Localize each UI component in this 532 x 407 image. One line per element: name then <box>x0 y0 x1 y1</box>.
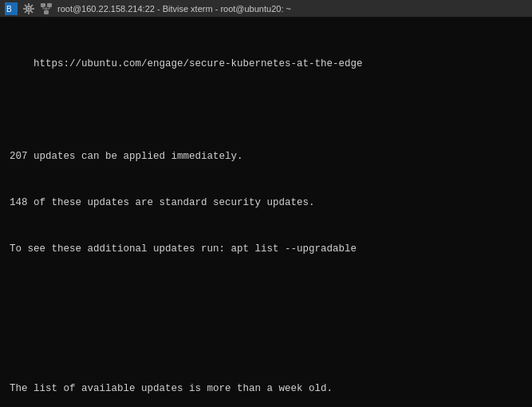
line-blank2 <box>10 288 522 303</box>
svg-rect-13 <box>47 3 52 7</box>
svg-rect-12 <box>41 3 45 7</box>
titlebar-label: root@160.22.158.214:22 - Bitvise xterm -… <box>57 4 291 14</box>
line-url: https://ubuntu.com/engage/secure-kuberne… <box>10 57 522 72</box>
line-updates3: To see these additional updates run: apt… <box>10 242 522 257</box>
svg-line-10 <box>31 5 33 6</box>
terminal[interactable]: https://ubuntu.com/engage/secure-kuberne… <box>0 18 532 407</box>
titlebar: B root@160.22.158.214:22 - Bitvise xterm… <box>0 0 532 18</box>
line-updates1: 207 updates can be applied immediately. <box>10 149 522 164</box>
svg-line-8 <box>25 5 26 6</box>
app-icon: B <box>5 2 18 15</box>
line-blank3 <box>10 335 522 350</box>
gear-icon <box>22 2 35 15</box>
svg-line-11 <box>25 10 26 12</box>
line-blank1 <box>10 103 522 118</box>
line-updates2: 148 of these updates are standard securi… <box>10 196 522 211</box>
svg-line-9 <box>31 10 33 12</box>
svg-text:B: B <box>6 5 12 14</box>
svg-point-3 <box>28 7 30 10</box>
line-week: The list of available updates is more th… <box>10 381 522 397</box>
tree-icon <box>40 2 53 15</box>
svg-rect-14 <box>44 10 49 14</box>
